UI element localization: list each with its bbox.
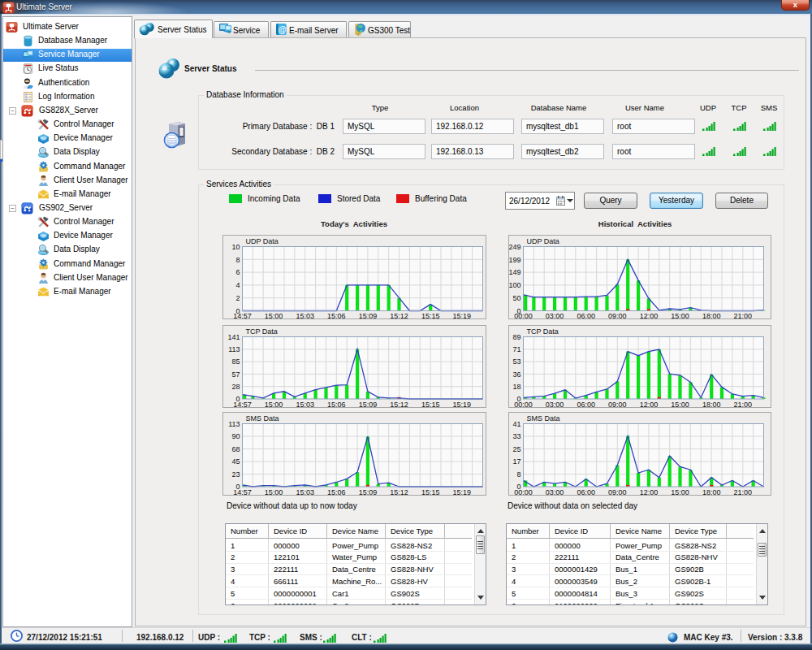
svg-text:33: 33 <box>512 432 520 440</box>
svg-text:12:00: 12:00 <box>640 401 659 409</box>
svg-text:15:00: 15:00 <box>265 401 283 409</box>
svg-text:15:12: 15:12 <box>390 488 408 496</box>
svg-text:41: 41 <box>512 420 520 428</box>
svg-text:15:00: 15:00 <box>671 488 689 496</box>
svg-text:06:00: 06:00 <box>577 488 595 496</box>
svg-text:18:00: 18:00 <box>702 312 721 319</box>
svg-text:15:06: 15:06 <box>327 312 346 319</box>
svg-text:15:12: 15:12 <box>390 312 408 319</box>
svg-text:85: 85 <box>231 358 240 366</box>
svg-text:14:57: 14:57 <box>233 488 252 496</box>
svg-text:199: 199 <box>508 256 520 264</box>
svg-text:UDP Data: UDP Data <box>527 237 559 245</box>
svg-text:249: 249 <box>508 243 520 251</box>
svg-text:15:03: 15:03 <box>296 312 314 319</box>
svg-text:15:00: 15:00 <box>671 401 689 409</box>
svg-text:18:00: 18:00 <box>702 488 721 496</box>
svg-text:15:03: 15:03 <box>296 401 314 409</box>
svg-text:15:09: 15:09 <box>359 312 378 319</box>
svg-text:57: 57 <box>231 370 240 379</box>
svg-text:89: 89 <box>512 333 520 341</box>
svg-text:00:00: 00:00 <box>514 312 533 319</box>
svg-text:12:00: 12:00 <box>640 312 659 319</box>
svg-text:00:00: 00:00 <box>514 488 533 496</box>
svg-text:25: 25 <box>512 445 520 453</box>
svg-text:06:00: 06:00 <box>577 312 595 319</box>
svg-text:SMS Data: SMS Data <box>246 414 279 422</box>
svg-text:14:57: 14:57 <box>233 312 252 319</box>
svg-text:03:00: 03:00 <box>546 312 564 319</box>
svg-text:6: 6 <box>235 268 240 276</box>
svg-text:141: 141 <box>227 333 240 341</box>
svg-text:23: 23 <box>231 470 240 479</box>
svg-text:03:00: 03:00 <box>546 488 564 496</box>
svg-text:15:15: 15:15 <box>421 312 440 319</box>
svg-text:21:00: 21:00 <box>734 312 753 319</box>
svg-text:12:00: 12:00 <box>640 488 659 496</box>
svg-text:15:06: 15:06 <box>327 488 346 496</box>
svg-text:09:00: 09:00 <box>608 401 627 409</box>
svg-text:68: 68 <box>231 445 240 453</box>
svg-text:10: 10 <box>231 243 240 251</box>
svg-text:14:57: 14:57 <box>233 401 252 409</box>
svg-text:4: 4 <box>235 281 240 289</box>
svg-text:53: 53 <box>512 358 520 366</box>
svg-text:15:09: 15:09 <box>359 401 378 409</box>
svg-text:15:12: 15:12 <box>390 401 408 409</box>
svg-text:100: 100 <box>508 281 520 289</box>
svg-text:@: @ <box>279 25 287 34</box>
svg-text:15:00: 15:00 <box>265 488 283 496</box>
svg-text:15:15: 15:15 <box>421 401 440 409</box>
svg-text:09:00: 09:00 <box>608 312 627 319</box>
svg-text:113: 113 <box>228 420 240 428</box>
svg-text:09:00: 09:00 <box>608 488 627 496</box>
svg-text:17: 17 <box>512 457 520 466</box>
svg-text:45: 45 <box>231 457 240 466</box>
svg-text:TCP Data: TCP Data <box>527 327 559 336</box>
svg-text:149: 149 <box>508 268 520 276</box>
svg-text:21:00: 21:00 <box>734 488 753 496</box>
svg-text:15:19: 15:19 <box>453 312 472 319</box>
svg-text:2: 2 <box>235 294 240 302</box>
svg-text:15:09: 15:09 <box>359 488 378 496</box>
svg-text:71: 71 <box>512 345 520 353</box>
svg-text:50: 50 <box>512 294 520 302</box>
svg-text:06:00: 06:00 <box>577 401 595 409</box>
svg-text:15:03: 15:03 <box>296 488 314 496</box>
svg-text:00:00: 00:00 <box>514 401 533 409</box>
svg-text:TCP Data: TCP Data <box>246 327 278 336</box>
svg-text:36: 36 <box>512 370 520 379</box>
svg-text:SMS Data: SMS Data <box>527 414 560 422</box>
svg-text:15:19: 15:19 <box>453 401 472 409</box>
svg-text:18:00: 18:00 <box>702 401 721 409</box>
svg-text:113: 113 <box>228 345 240 353</box>
svg-text:03:00: 03:00 <box>546 401 564 409</box>
svg-text:15:15: 15:15 <box>421 488 440 496</box>
svg-text:15:00: 15:00 <box>671 312 689 319</box>
svg-text:28: 28 <box>231 383 240 391</box>
svg-text:21:00: 21:00 <box>734 401 753 409</box>
svg-text:90: 90 <box>231 432 240 440</box>
svg-text:8: 8 <box>516 470 520 479</box>
svg-text:15:00: 15:00 <box>265 312 283 319</box>
svg-text:15:06: 15:06 <box>327 401 346 409</box>
svg-text:18: 18 <box>512 383 520 391</box>
svg-text:8: 8 <box>235 256 240 264</box>
svg-text:UDP Data: UDP Data <box>246 237 279 245</box>
svg-text:15:19: 15:19 <box>453 488 472 496</box>
